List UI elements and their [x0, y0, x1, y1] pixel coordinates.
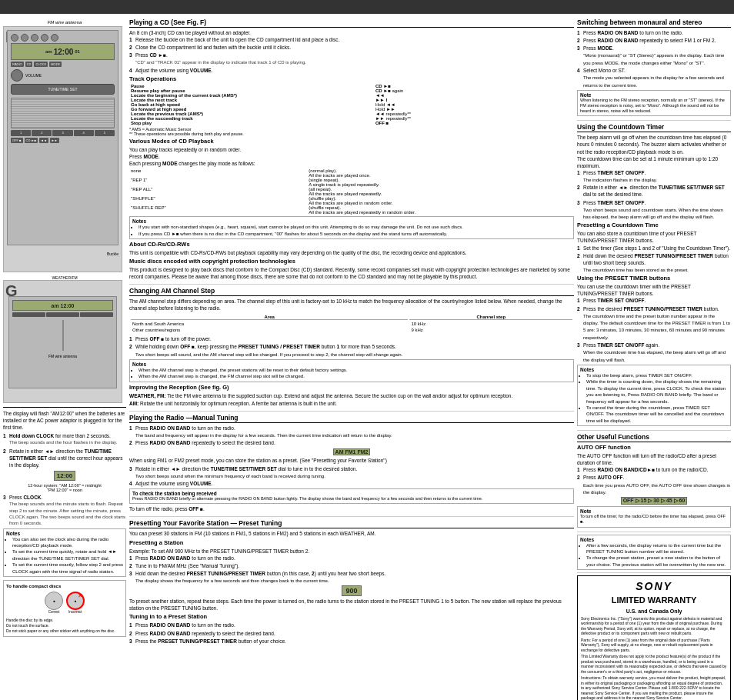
modes-notes-list: If you start with non-standard shapes (e…	[132, 224, 571, 237]
device-image-f: F am 12:00 01	[3, 26, 122, 272]
auto-off-display: OFF ▷ 15 ▷ 30 ▷ 45 ▷ 60	[621, 497, 688, 505]
clock-step-2: 2 Rotate in either ◄► direction the TUNE…	[3, 448, 126, 468]
disc-correct-icon: ●	[45, 592, 63, 610]
g-antenna-label: FM wire antenna	[12, 354, 113, 358]
buckle-label: Buckle	[107, 252, 118, 256]
display-time: 12:00	[54, 48, 74, 56]
changing-am-section: Changing AM Channel Step The AM channel …	[129, 287, 574, 407]
presetting-section: Presetting Your Favorite Station — Prese…	[129, 519, 574, 644]
left-column: FM wire antenna F am 12:	[3, 18, 126, 700]
btn-circle-1	[11, 34, 18, 42]
preset-buttons: 1 2 3 4 5	[11, 130, 115, 136]
button-row-1	[11, 34, 115, 42]
auto-off-display-container: OFF ▷ 15 ▷ 30 ▷ 45 ▷ 60	[577, 497, 731, 505]
g-letter: G	[5, 282, 18, 300]
other-functions-section: Other Useful Functions AUTO OFF function…	[577, 433, 731, 527]
correct-disc: ● Correct	[45, 592, 63, 615]
am-step-1: 1Press OFF ■ to turn off the power.	[129, 335, 574, 342]
mode-ind-shufflerep: "SHUFFLE REP"	[129, 205, 307, 215]
warranty-title: LIMITED WARRANTY	[581, 595, 727, 605]
area-table: Area Channel step North and South Americ…	[129, 313, 574, 334]
track-ops-title: Track Operations	[129, 75, 574, 82]
setting-clock-title	[3, 406, 126, 408]
next-btn: ►►	[50, 138, 59, 143]
mode-note: Each pressing MODE changes the play mode…	[129, 160, 574, 167]
mode-btn: MODE	[49, 62, 62, 67]
auto-step-1: 1Press RADIO ON BAND/CD►■ to turn on the…	[577, 466, 731, 473]
handle-tip-1: Handle the disc by its edge.	[6, 618, 123, 623]
warranty-section: SONY LIMITED WARRANTY U.S. and Canada On…	[577, 575, 731, 700]
preset-step-1: 1Press RADIO ON BAND to turn on the radi…	[129, 555, 574, 562]
mode-ind-rep1: "REP 1"	[129, 178, 307, 187]
divider-6	[577, 532, 731, 532]
clock-notes-list: You can also set the clock also during t…	[6, 536, 123, 575]
step-2-text: Rotate in either ◄► direction the TUNE/T…	[9, 448, 122, 468]
switching-note-box: Note When listening to the FM stereo rec…	[577, 90, 731, 116]
middle-column: Playing a CD (See Fig. F) An 8 cm (3-inc…	[129, 18, 574, 700]
press-mode-text: Press MODE.	[129, 153, 574, 160]
radio-step-2: 2Press RADIO ON BAND repeatedly to selec…	[129, 439, 574, 446]
handle-tip-3: Do not stick paper or any other sticker …	[6, 628, 123, 634]
am-note-1: When the AM channel step is changed, the…	[138, 367, 571, 373]
tuning-dial: TUNE/TIME SET	[11, 84, 115, 95]
tuning-preset-title: Tuning in to a Preset Station	[129, 613, 574, 620]
various-modes-intro: You can play tracks repeatedly or in ran…	[129, 146, 574, 153]
playing-radio-section: Playing the Radio —Manual Tuning 1Press …	[129, 414, 574, 512]
am-notes-list: When the AM channel step is changed, the…	[132, 367, 571, 380]
step-3-text: Press CLOCK.	[9, 495, 42, 500]
about-cds-title: About CD-Rs/CD-RWs	[129, 241, 574, 248]
volume-knob	[11, 69, 23, 82]
cd-play-btn: CD ►■	[25, 138, 38, 143]
modes-notes-title: Notes	[132, 218, 571, 224]
correct-label: Correct	[45, 610, 63, 615]
fm-display: AM FM1 FM2	[333, 448, 371, 455]
tuning-step-3: 3Press the PRESET TUNING/PRESET TIMER bu…	[129, 638, 574, 645]
am-step-2: 2While holding down OFF ■, keep pressing…	[129, 343, 574, 357]
g-btn2	[46, 312, 79, 317]
divider-2	[129, 411, 574, 412]
changing-am-text: The AM channel step differs depending on…	[129, 298, 574, 312]
switch-step-2: 2Press RADIO ON BAND repeatedly to selec…	[577, 37, 731, 44]
channel-other: 9 kHz	[409, 328, 572, 332]
clock-note-1: You can also set the clock also during t…	[12, 536, 123, 549]
step-num-2: 2	[3, 448, 6, 455]
warranty-body: Sony Electronics Inc. ("Sony") warrants …	[581, 616, 727, 636]
mode-ind-repall: "REP ALL"	[129, 187, 307, 196]
fm-note: WEATHER, FM: Tie the FM wire antenna to …	[129, 392, 574, 399]
check-station-title: To check the station being received	[132, 491, 571, 496]
area-row-other: Other countries/regions 9 kHz	[131, 328, 572, 332]
check-station-box: To check the station being received Pres…	[129, 488, 574, 504]
tuning-label: TUNE/TIME SET	[48, 87, 77, 92]
setting-clock-section: The display will flash "AM12:00" when th…	[3, 406, 126, 577]
preset-btn-3: 3	[52, 130, 72, 136]
preset-btn-5: 5	[95, 130, 115, 136]
warranty-subtitle: U.S. and Canada Only	[581, 608, 727, 615]
mode-desc-shufflerep: (shuffle repeat).All the tracks are play…	[307, 205, 574, 215]
mode-ind-normal: none	[129, 168, 307, 178]
auto-off-title: AUTO OFF function	[577, 444, 731, 451]
countdown-steps-2: 2Rotate in either ◄► direction the TUNE/…	[577, 184, 731, 220]
cd-btn: CD	[25, 62, 33, 67]
right-note-1: After a few seconds, the display returns…	[586, 542, 728, 555]
fm-note-text: Tie the FM wire antenna to the supplied …	[167, 393, 512, 398]
divider-4	[577, 120, 731, 121]
track-row-stop: Stop play OFF ■	[129, 121, 574, 125]
cd-step-1: 1Release the buckle on the back of the u…	[129, 36, 574, 43]
device-display: am 12:00 01	[11, 43, 115, 60]
auto-off-note-text: To turn off the timer, for the radio/CD …	[580, 514, 728, 525]
playing-cd-steps: 1Release the buckle on the back of the u…	[129, 36, 574, 74]
tuning-area: TUNE/TIME SET	[11, 84, 115, 95]
fm-antenna-label-top: FM wire antenna	[3, 20, 126, 25]
presetting-countdown-steps: 1Set the timer (See steps 1 and 2 of "Us…	[577, 245, 731, 274]
setting-clock-steps: 1 Hold down CLOCK for more than 2 second…	[3, 432, 126, 468]
step-1-clock: CLOCK	[36, 433, 54, 438]
pt-step-2: 2Press the desired PRESET TUNING/PRESET …	[577, 305, 731, 342]
playing-radio-title: Playing the Radio —Manual Tuning	[129, 414, 574, 423]
pcd-step-2: 2Hold down the desired PRESET TUNING/PRE…	[577, 252, 731, 274]
mode-shufflerep: "SHUFFLE REP" (shuffle repeat).All the t…	[129, 205, 574, 215]
page-wrapper: FM wire antenna F am 12:	[0, 0, 734, 700]
divider-7	[577, 572, 731, 573]
display-modes-table: none (normal play).All the tracks are pl…	[129, 168, 574, 215]
clock-notes-title: Notes	[6, 531, 123, 536]
btn-circle-2	[21, 34, 28, 42]
